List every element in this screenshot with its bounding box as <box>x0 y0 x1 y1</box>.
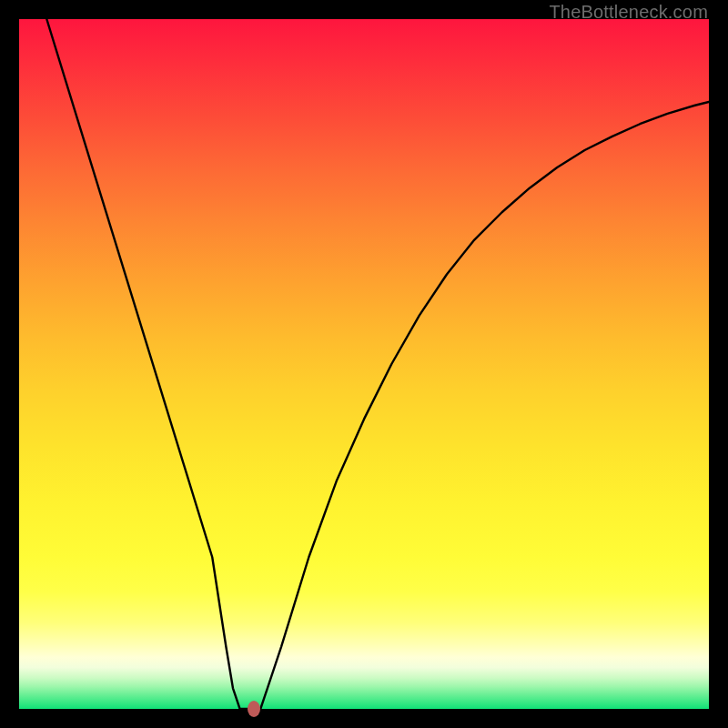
chart-svg <box>19 19 709 709</box>
chart-frame <box>19 19 709 709</box>
gradient-background <box>19 19 709 709</box>
